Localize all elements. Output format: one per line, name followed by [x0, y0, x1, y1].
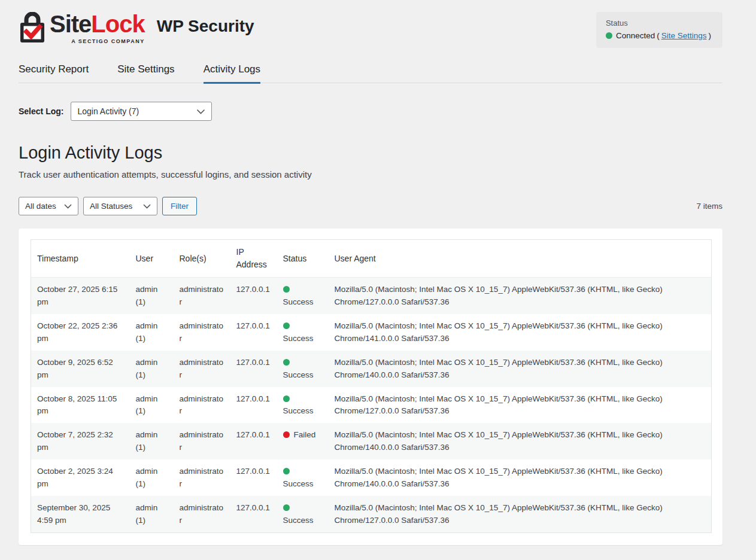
cell-user-agent: Mozilla/5.0 (Macintosh; Intel Mac OS X 1… — [329, 314, 712, 351]
status-filter-select[interactable]: All Statuses — [83, 197, 157, 215]
logo-text: SiteLock — [50, 12, 145, 36]
success-dot-icon — [283, 395, 290, 402]
cell-status: Success — [277, 351, 329, 387]
filter-bar: All dates All Statuses Filter 7 items — [19, 197, 722, 215]
select-log-label: Select Log: — [19, 106, 63, 116]
page-content: SiteLock A SECTIGO COMPANY WP Security S… — [19, 0, 722, 545]
date-filter-select[interactable]: All dates — [19, 197, 78, 215]
login-activity-table: Timestamp User Role(s) IP Address Status… — [31, 239, 712, 533]
cell-timestamp: October 9, 2025 6:52 pm — [31, 351, 130, 387]
status-label: Success — [283, 297, 314, 306]
cell-role: administrator — [174, 314, 230, 351]
cell-timestamp: September 30, 2025 4:59 pm — [31, 496, 130, 532]
cell-user: admin (1) — [130, 278, 174, 314]
log-selector-row: Select Log: Login Activity (7) — [19, 102, 722, 121]
date-filter-value: All dates — [25, 202, 56, 211]
success-dot-icon — [283, 322, 290, 329]
cell-status: Success — [277, 278, 329, 314]
failed-dot-icon — [283, 431, 290, 438]
column-header-user: User — [130, 240, 174, 278]
tab-site-settings[interactable]: Site Settings — [117, 63, 174, 84]
cell-user: admin (1) — [130, 314, 174, 351]
header: SiteLock A SECTIGO COMPANY WP Security S… — [19, 0, 722, 48]
cell-timestamp: October 22, 2025 2:36 pm — [31, 314, 130, 351]
table-row: October 2, 2025 3:24 pmadmin (1)administ… — [31, 459, 712, 496]
cell-role: administrator — [174, 278, 230, 314]
cell-user-agent: Mozilla/5.0 (Macintosh; Intel Mac OS X 1… — [329, 278, 712, 314]
success-dot-icon — [283, 359, 290, 366]
status-label: Success — [283, 479, 314, 488]
cell-timestamp: October 7, 2025 2:32 pm — [31, 423, 130, 459]
table-row: October 27, 2025 6:15 pmadmin (1)adminis… — [31, 278, 712, 314]
cell-ip-address: 127.0.0.1 — [230, 459, 277, 496]
table-row: September 30, 2025 4:59 pmadmin (1)admin… — [31, 496, 712, 532]
cell-user-agent: Mozilla/5.0 (Macintosh; Intel Mac OS X 1… — [329, 351, 712, 387]
cell-status: Success — [277, 496, 329, 532]
log-table-card: Timestamp User Role(s) IP Address Status… — [19, 229, 722, 545]
connection-status-text: Connected — [616, 31, 655, 40]
cell-status: Success — [277, 387, 329, 424]
status-label: Success — [283, 516, 314, 525]
cell-role: administrator — [174, 423, 230, 459]
log-table-body: October 27, 2025 6:15 pmadmin (1)adminis… — [31, 278, 712, 533]
status-filter-value: All Statuses — [90, 202, 132, 211]
logo-site-text: Site — [50, 11, 91, 37]
column-header-ip-address: IP Address — [230, 240, 277, 278]
table-row: October 7, 2025 2:32 pmadmin (1)administ… — [31, 423, 712, 459]
status-box: Status Connected ( Site Settings ) — [596, 12, 722, 48]
page-subtitle: Track user authentication attempts, succ… — [19, 169, 722, 179]
cell-user-agent: Mozilla/5.0 (Macintosh; Intel Mac OS X 1… — [329, 459, 712, 496]
sitelock-padlock-icon — [19, 12, 46, 44]
log-type-select-value: Login Activity (7) — [77, 106, 139, 116]
cell-ip-address: 127.0.0.1 — [230, 423, 277, 459]
column-header-user-agent: User Agent — [329, 240, 712, 278]
success-dot-icon — [283, 286, 290, 293]
cell-user-agent: Mozilla/5.0 (Macintosh; Intel Mac OS X 1… — [329, 423, 712, 459]
cell-ip-address: 127.0.0.1 — [230, 351, 277, 387]
chevron-down-icon — [64, 204, 72, 209]
success-dot-icon — [283, 468, 290, 474]
chevron-down-icon — [143, 204, 151, 209]
cell-user: admin (1) — [130, 423, 174, 459]
brand: SiteLock A SECTIGO COMPANY WP Security — [19, 12, 254, 44]
cell-timestamp: October 27, 2025 6:15 pm — [31, 278, 130, 314]
status-box-label: Status — [606, 19, 713, 28]
cell-timestamp: October 2, 2025 3:24 pm — [31, 459, 130, 496]
logo-tagline: A SECTIGO COMPANY — [71, 38, 145, 44]
logo-lock-text: Lock — [91, 11, 144, 37]
cell-status: Failed — [277, 423, 329, 459]
cell-ip-address: 127.0.0.1 — [230, 278, 277, 314]
log-type-select[interactable]: Login Activity (7) — [71, 102, 212, 121]
table-row: October 22, 2025 2:36 pmadmin (1)adminis… — [31, 314, 712, 351]
tab-bar: Security Report Site Settings Activity L… — [19, 63, 722, 83]
page-title: Login Activity Logs — [19, 143, 722, 163]
cell-status: Success — [277, 314, 329, 351]
table-header: Timestamp User Role(s) IP Address Status… — [31, 240, 712, 278]
status-label: Success — [283, 370, 314, 379]
cell-timestamp: October 8, 2025 11:05 pm — [31, 387, 130, 424]
tab-activity-logs[interactable]: Activity Logs — [204, 63, 260, 84]
status-label: Success — [283, 334, 314, 343]
cell-ip-address: 127.0.0.1 — [230, 314, 277, 351]
cell-user: admin (1) — [130, 387, 174, 424]
cell-user-agent: Mozilla/5.0 (Macintosh; Intel Mac OS X 1… — [329, 496, 712, 532]
cell-role: administrator — [174, 459, 230, 496]
tab-security-report[interactable]: Security Report — [19, 63, 89, 84]
cell-role: administrator — [174, 351, 230, 387]
cell-role: administrator — [174, 496, 230, 532]
site-settings-link[interactable]: Site Settings — [661, 31, 707, 40]
connected-dot-icon — [606, 32, 612, 39]
paren-close: ) — [709, 31, 712, 40]
cell-ip-address: 127.0.0.1 — [230, 387, 277, 424]
success-dot-icon — [283, 504, 290, 511]
status-label: Failed — [294, 430, 316, 439]
status-label: Success — [283, 406, 314, 415]
cell-ip-address: 127.0.0.1 — [230, 496, 277, 532]
table-row: October 8, 2025 11:05 pmadmin (1)adminis… — [31, 387, 712, 424]
cell-user: admin (1) — [130, 459, 174, 496]
cell-status: Success — [277, 459, 329, 496]
filter-button[interactable]: Filter — [162, 197, 197, 215]
sitelock-wordmark: SiteLock A SECTIGO COMPANY — [50, 12, 145, 44]
app-title: WP Security — [157, 17, 254, 36]
cell-user-agent: Mozilla/5.0 (Macintosh; Intel Mac OS X 1… — [329, 387, 712, 424]
